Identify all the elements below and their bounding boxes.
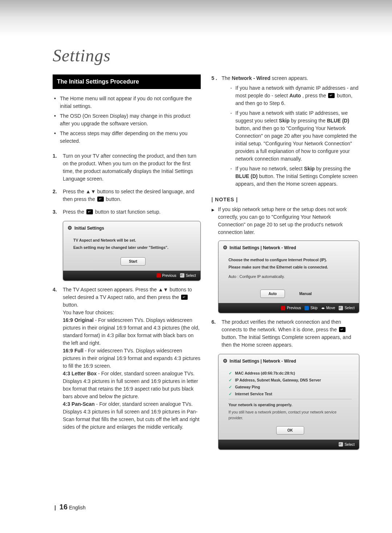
steps-right: 5 . The Network - Wired screen appears. … bbox=[212, 74, 360, 191]
aspect-option: 16:9 Original bbox=[63, 317, 94, 323]
osd-network-wired: ⚙ Initial Settings | Network - Wired Cho… bbox=[218, 241, 360, 313]
blue-key-icon bbox=[305, 306, 309, 310]
notes-header: | NOTES | bbox=[212, 196, 360, 203]
step-6: 6. The product verifies the network conn… bbox=[212, 318, 360, 349]
steps-left: 1. Turn on your TV after connecting the … bbox=[53, 152, 201, 216]
osd-title: Initial Settings bbox=[74, 225, 104, 231]
osd-header: ⚙ Initial Settings | Network - Wired bbox=[219, 241, 359, 254]
osd-network-result: ⚙ Initial Settings | Network - Wired MAC… bbox=[218, 354, 360, 449]
footer-previous: Previous bbox=[156, 273, 176, 278]
aspect-option: 16:9 Full bbox=[63, 348, 83, 354]
page-number: 16 bbox=[60, 503, 68, 511]
red-key-icon bbox=[156, 273, 161, 278]
osd-title: Initial Settings | Network - Wired bbox=[230, 245, 296, 251]
footer-select: ⏎Select bbox=[339, 442, 355, 447]
step-number: 1. bbox=[53, 152, 59, 183]
osd-line: Please make sure that the Ethernet cable… bbox=[229, 265, 352, 270]
step-text: Press the ▲▼ buttons to select the desir… bbox=[63, 188, 201, 203]
section-title: The Initial Settings Procedure bbox=[53, 74, 201, 89]
chapter-title: Settings bbox=[53, 45, 367, 65]
step-5-auto: If you have a network with dynamic IP ad… bbox=[230, 84, 360, 107]
notes-item: If you skip network setup here or the se… bbox=[212, 206, 360, 236]
step-2: 2. Press the ▲▼ buttons to select the de… bbox=[53, 188, 201, 203]
osd-title: Initial Settings | Network - Wired bbox=[230, 358, 296, 364]
step-5-no-network: If you have no network, select Skip by p… bbox=[230, 165, 360, 188]
footer-bar: | bbox=[54, 505, 56, 510]
red-key-icon bbox=[281, 306, 285, 310]
step-4: 4. The TV Aspect screen appears. Press t… bbox=[53, 286, 201, 431]
osd-header: ⚙ Initial Settings bbox=[63, 221, 200, 235]
left-column: The Initial Settings Procedure The Home … bbox=[53, 74, 201, 455]
step-3: 3. Press the button to start function se… bbox=[53, 208, 201, 216]
footer-skip: Skip bbox=[305, 305, 317, 311]
osd-line: TV Aspect and Network will be set. bbox=[73, 238, 193, 243]
right-column: 5 . The Network - Wired screen appears. … bbox=[212, 74, 360, 455]
divider bbox=[229, 399, 352, 399]
steps-right-cont: 6. The product verifies the network conn… bbox=[212, 318, 360, 349]
manual-page: Settings The Initial Settings Procedure … bbox=[0, 0, 392, 533]
osd-line: Choose the method to configure Internet … bbox=[229, 257, 352, 263]
check-ip: IP Address, Subnet Mask, Gateway, DNS Se… bbox=[229, 377, 352, 383]
step-text: The Network - Wired screen appears. If y… bbox=[222, 74, 360, 191]
step-5-static: If you have a network with static IP add… bbox=[230, 109, 360, 163]
gear-icon: ⚙ bbox=[223, 357, 228, 365]
step-5-subitems: If you have a network with dynamic IP ad… bbox=[230, 84, 360, 188]
pre-note: The Home menu will not appear if you do … bbox=[54, 95, 199, 110]
osd-body: Choose the method to configure Internet … bbox=[219, 254, 359, 303]
footer-select: ⏎Select bbox=[180, 273, 196, 278]
osd-body: TV Aspect and Network will be set. Each … bbox=[63, 235, 200, 271]
footer-previous: Previous bbox=[281, 305, 301, 311]
network-check-list: MAC Address (d0:66:7b:dc:28:fc) IP Addre… bbox=[229, 371, 352, 397]
check-gateway: Gateway Ping bbox=[229, 384, 352, 390]
gear-icon: ⚙ bbox=[223, 244, 228, 251]
osd-button-row: Auto Manual bbox=[229, 284, 352, 298]
enter-icon bbox=[328, 93, 335, 98]
enter-icon bbox=[97, 197, 104, 202]
enter-key-icon: ⏎ bbox=[339, 306, 343, 310]
osd-msg: If you still have a network problem, con… bbox=[229, 409, 352, 421]
check-internet: Internet Service Test bbox=[229, 391, 352, 397]
osd-header: ⚙ Initial Settings | Network - Wired bbox=[219, 354, 359, 368]
osd-footer: Previous ⏎Select bbox=[63, 271, 200, 280]
osd-initial-settings: ⚙ Initial Settings TV Aspect and Network… bbox=[63, 221, 201, 281]
enter-key-icon: ⏎ bbox=[339, 442, 343, 447]
step-number: 3. bbox=[53, 208, 59, 216]
pre-note: The OSD (On Screen Display) may change i… bbox=[54, 112, 199, 128]
gear-icon: ⚙ bbox=[68, 224, 72, 232]
start-button[interactable]: Start bbox=[121, 257, 146, 266]
pre-note: The access steps may differ depending on… bbox=[54, 130, 199, 145]
step-number: 6. bbox=[212, 318, 218, 349]
osd-body: MAC Address (d0:66:7b:dc:28:fc) IP Addre… bbox=[219, 368, 359, 439]
step-text: Turn on your TV after connecting the pro… bbox=[63, 152, 201, 183]
step-1: 1. Turn on your TV after connecting the … bbox=[53, 152, 201, 183]
osd-line: Auto : Configure IP automatically. bbox=[229, 274, 352, 280]
auto-button[interactable]: Auto bbox=[260, 290, 285, 298]
two-column-layout: The Initial Settings Procedure The Home … bbox=[53, 74, 359, 455]
step-number: 2. bbox=[53, 188, 59, 203]
aspect-option: 4:3 Letter Box bbox=[63, 371, 97, 376]
osd-footer: ⏎Select bbox=[219, 440, 359, 449]
pre-notes-list: The Home menu will not appear if you do … bbox=[53, 95, 201, 152]
ok-button[interactable]: OK bbox=[276, 426, 304, 435]
steps-left-cont: 4. The TV Aspect screen appears. Press t… bbox=[53, 286, 201, 431]
aspect-option: 4:3 Pan-Scan bbox=[63, 401, 95, 407]
manual-button[interactable]: Manual bbox=[291, 290, 320, 298]
osd-line: Each setting may be changed later under … bbox=[73, 245, 193, 251]
osd-footer: Previous Skip ◂▸ Move ⏎Select bbox=[219, 303, 359, 313]
enter-icon bbox=[339, 327, 346, 332]
footer-select: ⏎Select bbox=[339, 305, 355, 311]
step-text: The TV Aspect screen appears. Press the … bbox=[63, 286, 201, 431]
enter-icon bbox=[86, 209, 93, 214]
page-lang: English bbox=[69, 505, 86, 510]
enter-key-icon: ⏎ bbox=[180, 273, 184, 278]
page-footer: | 16 English bbox=[54, 503, 86, 511]
osd-msg: Your network is operating properly. bbox=[229, 402, 352, 408]
header-gradient bbox=[0, 0, 392, 36]
step-text: Press the button to start function setup… bbox=[63, 208, 201, 216]
step-5: 5 . The Network - Wired screen appears. … bbox=[212, 74, 360, 191]
step-text: The product verifies the network connect… bbox=[222, 318, 360, 349]
step-number: 4. bbox=[53, 286, 59, 431]
enter-icon bbox=[181, 295, 188, 300]
step-number: 5 . bbox=[212, 74, 218, 191]
footer-move: ◂▸ Move bbox=[321, 305, 335, 311]
